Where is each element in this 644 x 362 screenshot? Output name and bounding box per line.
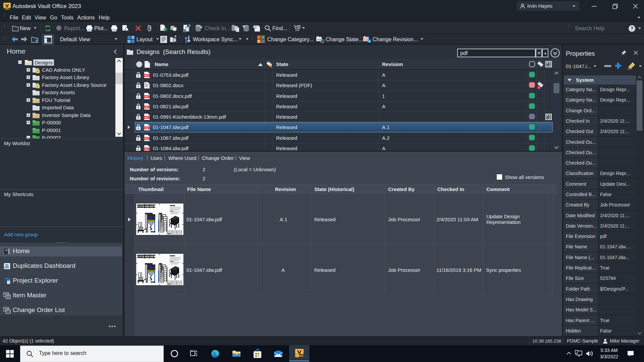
svg-text:PDF: PDF	[145, 148, 149, 150]
svg-text:PRO: PRO	[5, 8, 9, 10]
svg-text:PDF: PDF	[145, 106, 149, 108]
svg-text:PDF: PDF	[145, 96, 149, 98]
svg-text:PDF: PDF	[145, 137, 149, 140]
svg-text:PDF: PDF	[145, 74, 149, 77]
svg-text:PDF: PDF	[145, 127, 149, 129]
svg-text:?: ?	[631, 26, 634, 31]
svg-text:PRO: PRO	[300, 355, 304, 357]
svg-text:A: A	[368, 40, 370, 42]
svg-text:PDF: PDF	[145, 116, 149, 119]
